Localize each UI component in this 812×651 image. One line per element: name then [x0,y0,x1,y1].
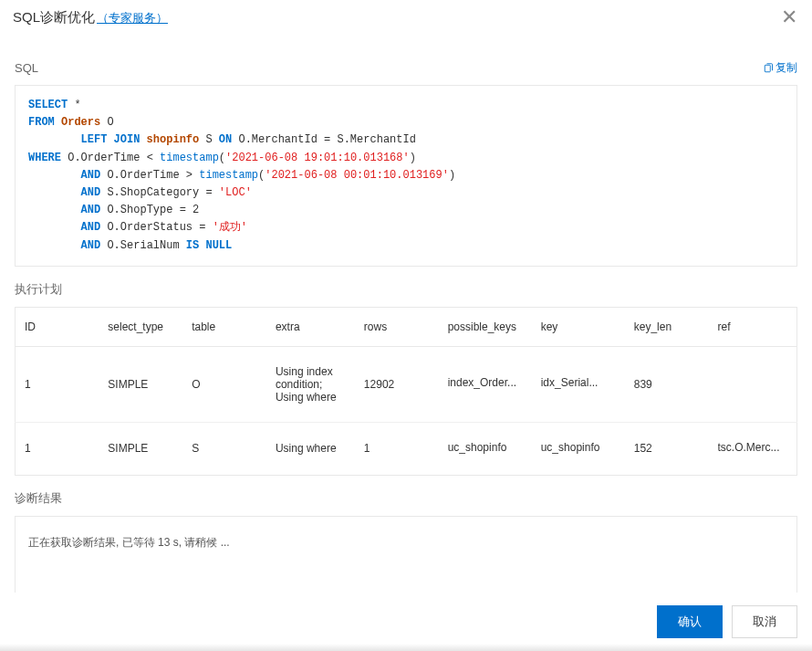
cell-rows: 1 [355,422,439,475]
copy-icon [763,63,774,74]
dialog-header: SQL诊断优化（专家服务） ✕ [0,0,812,37]
sql-table: Orders [55,116,108,129]
copy-label: 复制 [776,60,797,76]
plan-section-title: 执行计划 [15,281,797,298]
sql-text: * [68,99,80,111]
sql-kw: NULL [199,239,232,252]
cell-extra: Using where [266,422,355,475]
dialog-footer: 确认 取消 [0,593,812,651]
svg-rect-0 [765,65,770,72]
table-row: 1 SIMPLE S Using where 1 uc_shopinfo uc_… [16,422,797,475]
sql-kw: IS [186,239,199,252]
sql-section-title: SQL [15,61,38,75]
cell-key[interactable]: uc_shopinfo [532,422,625,475]
cell-ref: tsc.O.Merc... [709,422,797,475]
dialog-title-wrap: SQL诊断优化（专家服务） [13,9,168,26]
cell-select-type: SIMPLE [99,422,182,475]
cell-id: 1 [16,346,99,422]
sql-kw: AND [81,204,101,216]
dialog-title: SQL诊断优化 [13,9,95,25]
ok-button[interactable]: 确认 [657,605,723,638]
table-header-row: ID select_type table extra rows possible… [16,307,797,346]
cell-table[interactable]: S [182,422,266,475]
sql-kw: AND [81,239,101,252]
cell-id: 1 [16,422,99,475]
sql-text: S.ShopCategory = [100,186,219,199]
sql-text: O.SerialNum [100,239,186,252]
cell-key-len: 152 [625,422,709,475]
close-icon[interactable]: ✕ [781,7,797,27]
diagnosis-result-box: 正在获取诊断结果, 已等待 13 s, 请稍候 ... [15,516,797,593]
cell-ref [709,346,797,422]
col-select-type: select_type [99,307,182,346]
dialog-body: SQL 复制 SELECT * FROM Orders O LEFT JOIN … [0,37,812,593]
execution-plan-table: ID select_type table extra rows possible… [15,307,797,476]
sql-diagnosis-dialog: SQL诊断优化（专家服务） ✕ SQL 复制 SELECT * FROM Ord… [0,0,812,651]
sql-text: S [205,133,218,146]
loading-text: 正在获取诊断结果, 已等待 13 s, 请稍候 ... [28,536,230,549]
sql-str: '2021-06-08 19:01:10.013168' [225,152,410,164]
copy-button[interactable]: 复制 [763,60,797,76]
sql-text: O.MerchantId = S.MerchantId [232,133,416,146]
sql-text: O.ShopType = 2 [100,204,199,216]
cell-key[interactable]: idx_Serial... [532,346,625,422]
sql-kw: SELECT [28,99,68,111]
result-section-title: 诊断结果 [15,490,797,507]
sql-text: O.OrderTime < [61,152,160,164]
cell-rows: 12902 [355,346,439,422]
sql-kw: WHERE [28,152,61,164]
expert-service-link[interactable]: （专家服务） [97,11,168,25]
col-table: table [182,307,266,346]
sql-kw: AND [81,186,101,199]
cell-possible-keys[interactable]: index_Order... [439,346,532,422]
col-ref: ref [709,307,797,346]
cell-extra: Using index condition; Using where [266,346,355,422]
sql-kw: FROM [28,116,55,129]
col-rows: rows [355,307,439,346]
sql-text: O [107,116,113,129]
sql-str: '2021-06-08 00:01:10.013169' [265,169,449,182]
sql-code-box[interactable]: SELECT * FROM Orders O LEFT JOIN shopinf… [15,85,797,267]
sql-str: 'LOC' [219,186,252,199]
col-extra: extra [266,307,355,346]
col-key-len: key_len [625,307,709,346]
sql-kw: ON [219,133,232,146]
table-row: 1 SIMPLE O Using index condition; Using … [16,346,797,422]
sql-fn: timestamp [160,152,219,164]
sql-text: O.OrderStatus = [100,221,212,234]
cancel-button[interactable]: 取消 [732,605,797,638]
sql-fn: timestamp [199,169,258,182]
sql-str: '成功' [213,221,247,234]
cell-table[interactable]: O [182,346,266,422]
col-id: ID [16,307,99,346]
sql-kw: AND [81,221,101,234]
sql-section-header: SQL 复制 [15,60,797,76]
sql-kw: LEFT JOIN [81,133,141,146]
sql-kw: AND [81,169,101,182]
cell-possible-keys[interactable]: uc_shopinfo [439,422,532,475]
sql-text: O.OrderTime > [100,169,199,182]
cell-select-type: SIMPLE [99,346,182,422]
col-key: key [532,307,625,346]
col-possible-keys: possible_keys [439,307,532,346]
cell-key-len: 839 [625,346,709,422]
sql-table: shopinfo [140,133,205,146]
